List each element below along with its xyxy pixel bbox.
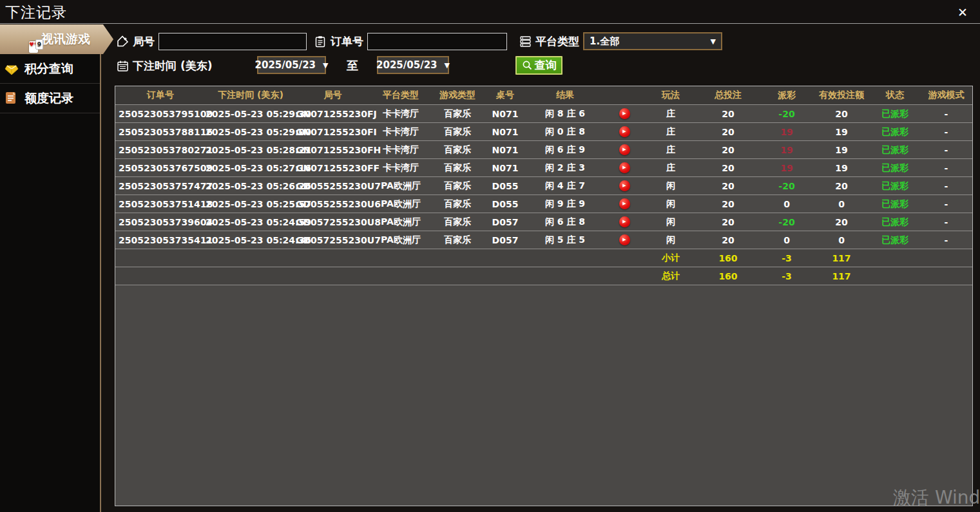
play-video-icon[interactable]: ▶ [619,126,630,137]
column-header: 状态 [870,90,920,101]
main-panel: 局号 订单号 平台类型 1.全部 ▼ 下注时间 (美东) [101,24,980,512]
bet-type-cell: 庄 [646,162,696,174]
order-label: 订单号 [331,34,363,49]
date-from-select[interactable]: 2025/05/23 ▼ [257,56,326,74]
bet-time-cell: 2025-05-23 05:24:59 [206,217,296,227]
table-no-cell: D055 [483,199,527,209]
table-row[interactable]: 2505230537574772025-05-23 05:26:26GD0552… [115,177,972,195]
payout-cell: 0 [760,199,813,209]
replay-cell: ▶ [603,144,646,156]
table-no-cell: D057 [483,217,527,227]
platform-type-select[interactable]: 1.全部 ▼ [583,32,722,50]
platform-cell: 卡卡湾厅 [370,108,432,120]
total-bet-cell: 20 [696,235,760,245]
table-header-row: 订单号下注时间 (美东)局号平台类型游戏类型桌号结果玩法总投注派彩有效投注额状态… [115,86,972,105]
order-input[interactable] [367,33,507,50]
table-no-cell: N071 [483,145,527,155]
clipboard-icon [314,35,327,48]
column-header: 订单号 [115,90,206,101]
titlebar: 下注记录 ✕ [0,0,980,24]
valid-bet-cell: 20 [813,181,870,191]
round-no-cell: GD055255230U7 [296,181,370,191]
round-input[interactable] [159,33,307,50]
bet-type-cell: 闲 [646,234,696,246]
round-filter-group: 局号 [117,32,307,50]
valid-bet-cell: 0 [813,199,870,209]
game-mode-cell: - [920,163,972,173]
summary-payout-cell: -3 [760,253,813,263]
order-no-cell: 250523053788116 [115,127,206,137]
payout-cell: 19 [760,145,813,155]
payout-cell: 19 [760,127,813,137]
bet-time-cell: 2025-05-23 05:29:00 [206,127,296,137]
result-cell: 闲 0 庄 8 [527,126,603,138]
table-row[interactable]: 2505230537396042025-05-23 05:24:59GD0572… [115,213,972,231]
close-icon[interactable]: ✕ [954,4,971,21]
bet-time-cell: 2025-05-23 05:28:21 [206,145,296,155]
sidebar-item-video-games[interactable]: ♥♥ 9 视讯游戏 [0,24,113,54]
sidebar-item-quota-records[interactable]: 额度记录 [0,84,100,113]
order-no-cell: 250523053739604 [115,217,206,227]
table-row[interactable]: 2505230537514182025-05-23 05:25:57GD0552… [115,195,972,213]
platform-cell: 卡卡湾厅 [370,126,432,138]
game-mode-cell: - [920,217,972,227]
platform-cell: PA欧洲厅 [370,234,432,246]
bet-type-cell: 庄 [646,108,696,120]
replay-cell: ▶ [603,126,646,138]
chevron-down-icon: ▼ [323,61,328,70]
column-header: 派彩 [760,90,813,101]
game-mode-cell: - [920,235,972,245]
date-to-value: 2025/05/23 [376,59,437,71]
platform-cell: 卡卡湾厅 [370,162,432,174]
search-button[interactable]: 查询 [515,56,562,75]
page-title: 下注记录 [5,3,67,23]
result-cell: 闲 5 庄 5 [527,234,603,246]
play-video-icon[interactable]: ▶ [619,108,630,119]
table-row[interactable]: 2505230537881162025-05-23 05:29:00GN0712… [115,123,972,141]
game-type-cell: 百家乐 [432,234,483,246]
round-no-cell: GN071255230FI [296,127,370,137]
game-mode-cell: - [920,181,972,191]
table-row[interactable]: 2505230537951002025-05-23 05:29:30GN0712… [115,105,972,123]
order-no-cell: 250523053751418 [115,199,206,209]
platform-cell: PA欧洲厅 [370,180,432,192]
table-no-cell: N071 [483,109,527,119]
play-video-icon[interactable]: ▶ [619,234,630,245]
order-no-cell: 250523053735411 [115,235,206,245]
play-video-icon[interactable]: ▶ [619,198,630,209]
game-mode-cell: - [920,199,972,209]
play-video-icon[interactable]: ▶ [619,144,630,155]
summary-label-cell: 总计 [646,270,696,282]
round-no-cell: GD057255230U7 [296,235,370,245]
date-to-select[interactable]: 2025/05/23 ▼ [377,56,449,74]
game-mode-cell: - [920,109,972,119]
table-no-cell: N071 [483,163,527,173]
round-no-cell: GN071255230FJ [296,109,370,119]
table-row[interactable]: 2505230537354112025-05-23 05:24:36GD0572… [115,231,972,249]
payout-cell: 0 [760,235,813,245]
column-header: 平台类型 [370,90,432,101]
total-bet-cell: 20 [696,217,760,227]
card-badge: 9 [35,39,43,50]
bet-time-filter-group: 下注时间 (美东) [117,57,212,75]
total-bet-cell: 20 [696,163,760,173]
column-header: 结果 [527,90,603,101]
game-type-cell: 百家乐 [432,180,483,192]
table-row[interactable]: 2505230537675092025-05-23 05:27:16GN0712… [115,159,972,177]
table-no-cell: D057 [483,235,527,245]
round-no-cell: GN071255230FF [296,163,370,173]
status-cell: 已派彩 [870,126,920,138]
payout-cell: -20 [760,109,813,119]
valid-bet-cell: 19 [813,127,870,137]
table-row[interactable]: 2505230537802712025-05-23 05:28:21GN0712… [115,141,972,159]
status-cell: 已派彩 [870,198,920,210]
play-video-icon[interactable]: ▶ [619,180,630,191]
sidebar-item-points-query[interactable]: 积分查询 [0,54,100,84]
summary-label-cell: 小计 [646,252,696,264]
platform-label: 平台类型 [535,34,579,49]
play-video-icon[interactable]: ▶ [619,162,630,173]
diamond-icon [4,61,21,77]
subtotal-row: 小计160-3117 [115,249,972,267]
play-video-icon[interactable]: ▶ [619,216,630,227]
document-icon [4,91,21,106]
